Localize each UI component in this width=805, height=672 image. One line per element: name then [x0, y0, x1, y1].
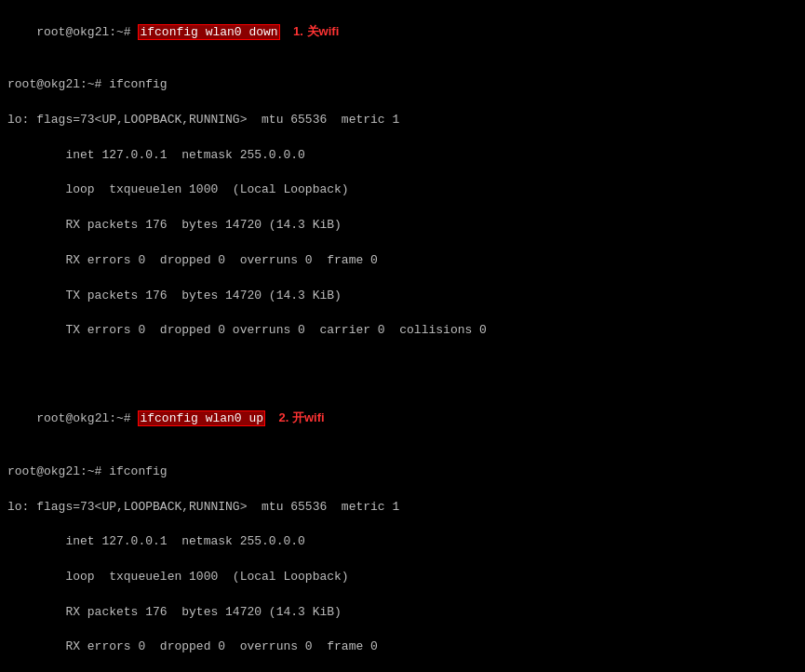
line-7: RX errors 0 dropped 0 overruns 0 frame 0: [7, 252, 798, 270]
line-11: root@okg2l:~# ifconfig wlan0 up 2. 开wifi: [7, 393, 798, 447]
line-15: loop txqueuelen 1000 (Local Loopback): [7, 569, 798, 586]
line-6: RX packets 176 bytes 14720 (14.3 KiB): [7, 217, 798, 235]
annotation-11: 2. 开wifi: [265, 410, 325, 424]
line-14: inet 127.0.0.1 netmask 255.0.0.0: [7, 533, 798, 551]
line-2: root@okg2l:~# ifconfig: [7, 76, 798, 94]
line-4: inet 127.0.0.1 netmask 255.0.0.0: [7, 147, 798, 165]
cmd-1: ifconfig wlan0 down: [138, 24, 279, 40]
line-3: lo: flags=73<UP,LOOPBACK,RUNNING> mtu 65…: [7, 112, 798, 129]
line-9: TX errors 0 dropped 0 overruns 0 carrier…: [7, 322, 798, 340]
line-8: TX packets 176 bytes 14720 (14.3 KiB): [7, 288, 798, 305]
line-16: RX packets 176 bytes 14720 (14.3 KiB): [7, 604, 798, 622]
line-17: RX errors 0 dropped 0 overruns 0 frame 0: [7, 638, 798, 656]
prompt-1: root@okg2l:~#: [36, 25, 138, 39]
line-12: root@okg2l:~# ifconfig: [7, 464, 798, 481]
terminal-window: root@okg2l:~# ifconfig wlan0 down 1. 关wi…: [0, 0, 805, 672]
annotation-1: 1. 关wifi: [280, 24, 340, 38]
line-1: root@okg2l:~# ifconfig wlan0 down 1. 关wi…: [7, 6, 798, 60]
blank-1: [7, 357, 798, 375]
prompt-11: root@okg2l:~#: [36, 411, 138, 425]
line-5: loop txqueuelen 1000 (Local Loopback): [7, 181, 798, 199]
line-13: lo: flags=73<UP,LOOPBACK,RUNNING> mtu 65…: [7, 499, 798, 517]
cmd-11: ifconfig wlan0 up: [138, 410, 265, 426]
